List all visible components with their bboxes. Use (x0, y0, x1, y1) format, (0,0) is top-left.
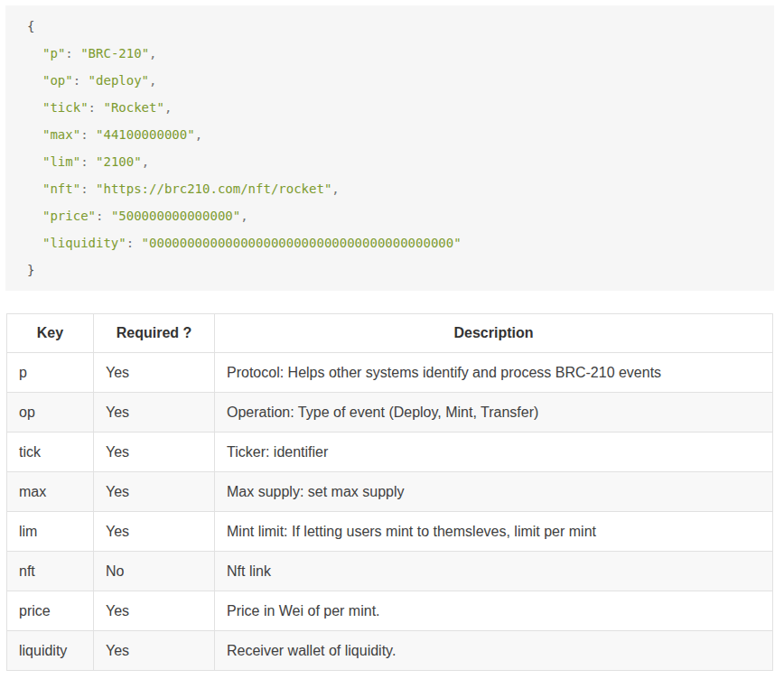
code-line: tick: Rocket, (27, 94, 756, 121)
cell-key: max (7, 472, 94, 512)
cell-required: Yes (94, 631, 215, 671)
code-line: max: 44100000000, (27, 121, 756, 148)
cell-description: Protocol: Helps other systems identify a… (215, 353, 773, 393)
json-colon: : (80, 181, 96, 196)
table-header-row: Key Required ? Description (7, 314, 773, 353)
json-comma: , (142, 154, 149, 169)
json-colon: : (89, 100, 104, 115)
table-row: price Yes Price in Wei of per mint. (7, 591, 773, 631)
json-comma: , (149, 73, 156, 88)
cell-description: Max supply: set max supply (215, 472, 773, 512)
json-colon: : (73, 73, 89, 88)
json-comma: , (149, 46, 156, 60)
cell-description: Mint limit: If letting users mint to the… (215, 512, 773, 552)
column-header-key: Key (7, 314, 94, 353)
cell-required: Yes (94, 353, 215, 393)
table-row: liquidity Yes Receiver wallet of liquidi… (7, 631, 773, 671)
json-colon: : (80, 127, 96, 142)
json-key-p: p (42, 46, 65, 60)
column-header-required: Required ? (94, 314, 215, 353)
json-key-price: price (42, 209, 96, 223)
json-value-p: BRC-210 (80, 46, 149, 60)
json-comma: , (195, 127, 202, 142)
json-comma: , (164, 100, 172, 115)
json-colon: : (65, 46, 80, 60)
cell-required: Yes (94, 393, 215, 433)
cell-description: Operation: Type of event (Deploy, Mint, … (215, 393, 773, 433)
open-brace: { (27, 19, 34, 33)
table-row: nft No Nft link (7, 552, 773, 591)
cell-key: price (7, 591, 94, 631)
table-row: tick Yes Ticker: identifier (7, 433, 773, 472)
json-value-lim: 2100 (96, 154, 142, 169)
code-line: price: 500000000000000, (27, 202, 756, 229)
json-comma: , (331, 181, 339, 196)
code-line: lim: 2100, (27, 148, 756, 175)
cell-key: nft (7, 552, 94, 591)
column-header-description: Description (215, 314, 773, 353)
cell-description: Price in Wei of per mint. (215, 591, 773, 631)
cell-key: tick (7, 433, 94, 472)
cell-required: Yes (94, 512, 215, 552)
cell-description: Ticker: identifier (215, 433, 773, 472)
cell-key: p (7, 353, 94, 393)
code-block: { p: BRC-210, op: deploy, tick: Rocket, … (5, 5, 774, 291)
table-row: op Yes Operation: Type of event (Deploy,… (7, 393, 773, 433)
table-row: max Yes Max supply: set max supply (7, 472, 773, 512)
json-key-max: max (42, 127, 80, 142)
code-line: { (27, 13, 756, 40)
code-line: } (27, 256, 756, 284)
json-key-nft: nft (42, 181, 80, 196)
cell-key: op (7, 393, 94, 433)
json-comma: , (240, 209, 247, 223)
json-key-tick: tick (42, 100, 89, 115)
code-line: liquidity: 00000000000000000000000000000… (27, 229, 756, 256)
table-row: p Yes Protocol: Helps other systems iden… (7, 353, 773, 393)
json-key-lim: lim (42, 154, 80, 169)
json-colon: : (80, 154, 96, 169)
cell-description: Receiver wallet of liquidity. (215, 631, 773, 671)
json-value-price: 500000000000000 (111, 209, 240, 223)
code-line: p: BRC-210, (27, 40, 756, 67)
json-colon: : (126, 236, 142, 250)
json-value-nft: https://brc210.com/nft/rocket (96, 181, 331, 196)
json-value-max: 44100000000 (96, 127, 195, 142)
cell-required: Yes (94, 591, 215, 631)
code-line: nft: https://brc210.com/nft/rocket, (27, 175, 756, 202)
json-value-op: deploy (89, 73, 149, 88)
code-line: op: deploy, (27, 67, 756, 94)
table-row: lim Yes Mint limit: If letting users min… (7, 512, 773, 552)
spec-table: Key Required ? Description p Yes Protoco… (6, 313, 773, 671)
json-value-liquidity: 0000000000000000000000000000000000000000 (142, 236, 462, 250)
close-brace: } (27, 263, 34, 277)
json-key-op: op (42, 73, 73, 88)
json-value-tick: Rocket (103, 100, 163, 115)
cell-description: Nft link (215, 552, 773, 591)
cell-required: Yes (94, 472, 215, 512)
cell-key: liquidity (7, 631, 94, 671)
cell-key: lim (7, 512, 94, 552)
cell-required: Yes (94, 433, 215, 472)
json-key-liquidity: liquidity (42, 236, 126, 250)
json-colon: : (96, 209, 111, 223)
cell-required: No (94, 552, 215, 591)
